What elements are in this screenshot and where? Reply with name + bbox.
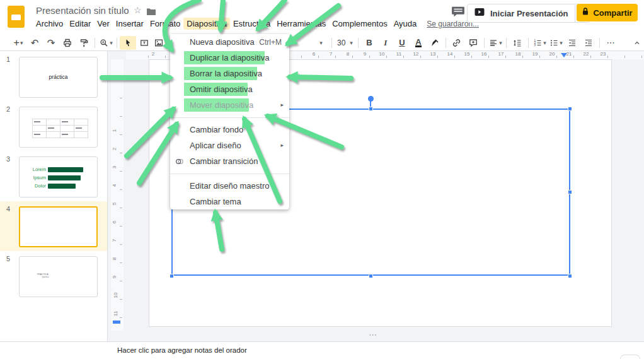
- resize-handle-bottom-center[interactable]: [369, 274, 373, 278]
- hruler-number: 9: [362, 51, 367, 57]
- font-family-caret[interactable]: ▾: [313, 36, 329, 50]
- underline-button[interactable]: U: [394, 36, 410, 50]
- bold-button[interactable]: B: [361, 36, 377, 50]
- menubar-item-archivo[interactable]: Archivo: [33, 18, 66, 30]
- insert-image-button[interactable]: ▾: [152, 36, 169, 50]
- new-slide-button[interactable]: +▾: [10, 36, 26, 50]
- menu-item-nueva-diapositiva[interactable]: Nueva diapositivaCtrl+M: [170, 34, 289, 50]
- menu-item-duplicar-la-diapositiva[interactable]: Duplicar la diapositiva: [170, 50, 289, 66]
- comments-icon[interactable]: [451, 6, 465, 21]
- highlighted-text-bar: [48, 167, 83, 172]
- highlight-color-button[interactable]: [427, 36, 443, 50]
- header: Presentación sin título ☆ ArchivoEditarV…: [0, 0, 644, 35]
- more-icon: ⋯: [606, 38, 614, 47]
- vruler-number: 9: [112, 276, 117, 278]
- slide-thumbnail-5[interactable]: PRÁCTICApráctica: [19, 256, 98, 297]
- redo-icon: ↷: [47, 37, 55, 49]
- ruler-indent-marker[interactable]: [561, 53, 567, 57]
- thumbnail-list: LoremIpsumDolor: [26, 165, 83, 190]
- resize-handle-middle-right[interactable]: [568, 190, 572, 194]
- chevron-up-icon: [633, 38, 641, 47]
- menubar-item-editar[interactable]: Editar: [66, 18, 94, 30]
- resize-handle-top-right[interactable]: [568, 107, 572, 111]
- decrease-indent-icon: [567, 38, 577, 48]
- toolbar-separator: [331, 38, 332, 48]
- zoom-button[interactable]: ▾: [98, 36, 114, 50]
- menu-item-omitir-diapositiva[interactable]: Omitir diapositiva: [170, 81, 289, 97]
- diapositiva-dropdown-menu: Nueva diapositivaCtrl+MDuplicar la diapo…: [170, 34, 289, 209]
- submenu-arrow-icon: ▸: [280, 142, 284, 148]
- star-icon[interactable]: ☆: [134, 5, 142, 15]
- cursor-icon: [123, 38, 133, 48]
- increase-indent-button[interactable]: [580, 36, 597, 50]
- bulleted-list-button[interactable]: ▾: [548, 36, 564, 50]
- slide-number: 5: [6, 255, 10, 262]
- menubar-item-diapositiva[interactable]: Diapositiva: [183, 18, 230, 30]
- menubar-item-complementos[interactable]: Complementos: [329, 18, 390, 30]
- menubar-item-insertar[interactable]: Insertar: [113, 18, 147, 30]
- list-label: Ipsum: [26, 175, 46, 180]
- speaker-notes-bar[interactable]: Hacer clic para agregar notas del orador: [0, 341, 644, 359]
- lock-icon: [582, 7, 589, 18]
- text-color-button[interactable]: A: [410, 36, 427, 50]
- menu-item-aplicar-diseño[interactable]: Aplicar diseño▸: [170, 138, 289, 153]
- line-spacing-button[interactable]: [509, 36, 526, 50]
- menu-item-borrar-la-diapositiva[interactable]: Borrar la diapositiva: [170, 66, 289, 81]
- add-comment-button[interactable]: [465, 36, 481, 50]
- resize-handle-top-center[interactable]: [369, 107, 373, 111]
- menu-item-label: Cambiar transición: [190, 156, 258, 166]
- menu-item-cambiar-transición[interactable]: Cambiar transición: [170, 153, 289, 169]
- redo-button[interactable]: ↷: [43, 36, 59, 50]
- print-icon: [62, 38, 72, 48]
- italic-button[interactable]: I: [377, 36, 394, 50]
- menubar-item-formato[interactable]: Formato: [147, 18, 183, 30]
- menubar: ArchivoEditarVerInsertarFormatoDiapositi…: [33, 18, 482, 30]
- slide-thumbnail-1[interactable]: práctica: [19, 57, 98, 98]
- notes-resize-handle[interactable]: ⋯: [369, 330, 377, 339]
- ruler-bottom-marker[interactable]: [113, 321, 120, 324]
- menu-item-cambiar-tema[interactable]: Cambiar tema: [170, 194, 289, 209]
- list-label: Lorem: [26, 167, 46, 172]
- document-title[interactable]: Presentación sin título: [36, 5, 129, 16]
- rotation-handle[interactable]: [368, 96, 374, 102]
- undo-button[interactable]: ↶: [26, 36, 43, 50]
- resize-handle-bottom-left[interactable]: [170, 274, 174, 278]
- hruler-number: 18: [514, 51, 522, 57]
- select-tool-button[interactable]: [120, 36, 136, 50]
- partial-bottom-button[interactable]: [620, 355, 640, 359]
- align-button[interactable]: ▾: [487, 36, 503, 50]
- hide-menus-button[interactable]: [629, 36, 644, 50]
- menubar-item-estructura[interactable]: Estructura: [230, 18, 273, 30]
- font-caret-icon: ▾: [319, 40, 323, 46]
- print-button[interactable]: [59, 36, 76, 50]
- slide-thumbnail-4[interactable]: [19, 206, 98, 247]
- table-cell: [47, 119, 60, 126]
- menubar-item-ver[interactable]: Ver: [94, 18, 113, 30]
- numbered-list-button[interactable]: 123 ▾: [531, 36, 548, 50]
- slide-thumbnail-3[interactable]: LoremIpsumDolor: [19, 156, 98, 197]
- menubar-item-ayuda[interactable]: Ayuda: [391, 18, 420, 30]
- hruler-number: 17: [497, 51, 505, 57]
- thumbnail-title-text: práctica: [20, 74, 97, 80]
- insert-link-button[interactable]: [449, 36, 465, 50]
- menu-item-cambiar-fondo[interactable]: Cambiar fondo: [170, 122, 289, 138]
- menu-item-editar-diseño-maestro[interactable]: Editar diseño maestro: [170, 178, 289, 194]
- text-box-button[interactable]: [136, 36, 152, 50]
- vruler-number: 5: [112, 203, 117, 205]
- move-folder-icon[interactable]: [146, 7, 156, 18]
- toolbar-separator: [446, 38, 446, 48]
- menubar-item-herramientas[interactable]: Herramientas: [273, 18, 329, 30]
- share-button[interactable]: Compartir: [577, 4, 638, 21]
- menu-item-mover-diapositiva[interactable]: Mover diapositiva▸: [170, 97, 289, 113]
- slides-logo-icon[interactable]: [8, 6, 25, 28]
- menu-item-label: Editar diseño maestro: [190, 181, 269, 191]
- font-size-control[interactable]: 30 ▾: [335, 38, 355, 47]
- present-button[interactable]: Iniciar Presentación ▾: [467, 4, 590, 23]
- decrease-indent-button[interactable]: [564, 36, 580, 50]
- cell-text-mark: [34, 134, 40, 135]
- slide-number: 3: [6, 155, 10, 163]
- resize-handle-bottom-right[interactable]: [568, 274, 572, 278]
- more-options-button[interactable]: ⋯: [602, 36, 619, 50]
- paint-format-button[interactable]: [76, 36, 92, 50]
- slide-thumbnail-2[interactable]: [19, 107, 98, 148]
